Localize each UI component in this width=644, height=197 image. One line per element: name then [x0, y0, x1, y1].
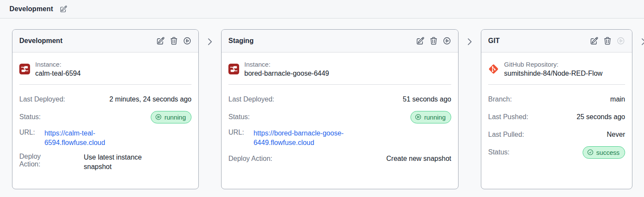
instance-name: bored-barnacle-goose-6449 — [244, 69, 329, 78]
chevron-right-icon — [639, 37, 644, 46]
last-pushed-value: 25 seconds ago — [577, 113, 625, 121]
url-row: URL: https://bored-barnacle-goose-6449.f… — [228, 129, 451, 148]
pipeline: Development Instance: calm-teal-6594 Las… — [0, 18, 644, 189]
divider — [488, 84, 625, 85]
deploy-action-value: Use latest instance snapshot — [84, 153, 160, 172]
stage-header: Development — [12, 30, 198, 52]
page-header: Development — [0, 0, 644, 18]
pipeline-arrow — [199, 29, 221, 46]
status-text: running — [164, 114, 186, 121]
last-deployed-value: 51 seconds ago — [403, 95, 451, 103]
status-label: Status: — [19, 113, 41, 121]
stage-actions — [416, 37, 451, 45]
delete-stage-icon[interactable] — [429, 37, 438, 45]
stage-actions — [156, 37, 191, 45]
pipeline-arrow-clipped — [632, 29, 644, 46]
play-circle-icon — [415, 114, 422, 120]
stage-body: GitHub Repository: sumitshinde-84/Node-R… — [481, 52, 632, 171]
instance-block: Instance: bored-barnacle-goose-6449 — [228, 60, 451, 78]
last-pulled-row: Last Pulled: Never — [488, 129, 625, 141]
stage-body: Instance: calm-teal-6594 Last Deployed: … — [12, 52, 198, 184]
stage-actions — [590, 37, 625, 45]
branch-label: Branch: — [488, 95, 512, 103]
last-deployed-label: Last Deployed: — [228, 95, 274, 103]
branch-value: main — [610, 95, 625, 103]
branch-row: Branch: main — [488, 93, 625, 106]
pipeline-arrow — [459, 29, 481, 46]
stage-card-git: GIT GitHub Repository: sumitshinde-84/No… — [481, 29, 632, 189]
stage-title: GIT — [488, 37, 500, 45]
status-badge: running — [151, 111, 191, 123]
status-row: Status: running — [228, 111, 451, 123]
status-row: Status: success — [488, 146, 625, 159]
repository-label: GitHub Repository: — [504, 60, 602, 69]
url-row: URL: https://calm-teal-6594.flowfuse.clo… — [19, 129, 191, 148]
last-deployed-value: 2 minutes, 24 seconds ago — [109, 95, 191, 103]
repository-name: sumitshinde-84/Node-RED-Flow — [504, 69, 602, 78]
stage-card-development: Development Instance: calm-teal-6594 Las… — [12, 29, 199, 189]
last-deployed-row: Last Deployed: 2 minutes, 24 seconds ago — [19, 93, 191, 106]
node-red-instance-icon — [228, 64, 239, 74]
last-deployed-row: Last Deployed: 51 seconds ago — [228, 93, 451, 106]
last-pulled-label: Last Pulled: — [488, 131, 524, 139]
run-stage-icon-disabled — [617, 37, 625, 45]
page-title: Development — [9, 5, 53, 13]
instance-label: Instance: — [35, 60, 81, 69]
chevron-right-icon — [205, 37, 215, 46]
divider — [19, 84, 191, 85]
chevron-right-icon — [465, 37, 474, 46]
stage-title: Staging — [228, 37, 254, 45]
status-text: running — [424, 114, 446, 121]
run-stage-icon[interactable] — [443, 37, 451, 45]
stage-body: Instance: bored-barnacle-goose-6449 Last… — [222, 52, 458, 177]
node-red-instance-icon — [19, 64, 30, 74]
status-badge: running — [410, 111, 451, 123]
instance-label: Instance: — [244, 60, 329, 69]
last-pushed-row: Last Pushed: 25 seconds ago — [488, 111, 625, 123]
deploy-action-value: Create new snapshot — [386, 155, 451, 163]
last-pushed-label: Last Pushed: — [488, 113, 528, 121]
deploy-action-label: Deploy Action: — [19, 153, 53, 168]
deploy-action-row: Deploy Action: Use latest instance snaps… — [19, 153, 191, 172]
repository-block: GitHub Repository: sumitshinde-84/Node-R… — [488, 60, 625, 78]
edit-stage-icon[interactable] — [416, 37, 425, 45]
instance-url-link[interactable]: https://calm-teal-6594.flowfuse.cloud — [44, 129, 134, 148]
instance-name: calm-teal-6594 — [35, 69, 81, 78]
status-label: Status: — [488, 148, 510, 156]
check-circle-icon — [587, 149, 594, 156]
instance-block: Instance: calm-teal-6594 — [19, 60, 191, 78]
divider — [228, 84, 451, 85]
git-icon — [488, 64, 499, 74]
stage-header: GIT — [481, 30, 632, 52]
edit-stage-icon[interactable] — [156, 37, 165, 45]
status-label: Status: — [228, 113, 250, 121]
edit-pipeline-icon[interactable] — [60, 5, 67, 13]
run-stage-icon[interactable] — [183, 37, 191, 45]
deploy-action-row: Deploy Action: Create new snapshot — [228, 153, 451, 165]
url-label: URL: — [228, 129, 244, 136]
edit-stage-icon[interactable] — [590, 37, 598, 45]
status-row: Status: running — [19, 111, 191, 123]
status-text: success — [596, 149, 620, 156]
deploy-action-label: Deploy Action: — [228, 155, 272, 163]
last-deployed-label: Last Deployed: — [19, 95, 65, 103]
stage-header: Staging — [222, 30, 458, 52]
instance-url-link[interactable]: https://bored-barnacle-goose-6449.flowfu… — [253, 129, 384, 148]
last-pulled-value: Never — [607, 131, 625, 139]
stage-card-staging: Staging Instance: bored-barnacle-goose-6… — [221, 29, 459, 189]
status-badge: success — [583, 146, 625, 159]
stage-title: Development — [19, 37, 62, 45]
delete-stage-icon[interactable] — [170, 37, 178, 45]
delete-stage-icon[interactable] — [603, 37, 612, 45]
play-circle-icon — [155, 114, 162, 120]
url-label: URL: — [19, 129, 35, 136]
